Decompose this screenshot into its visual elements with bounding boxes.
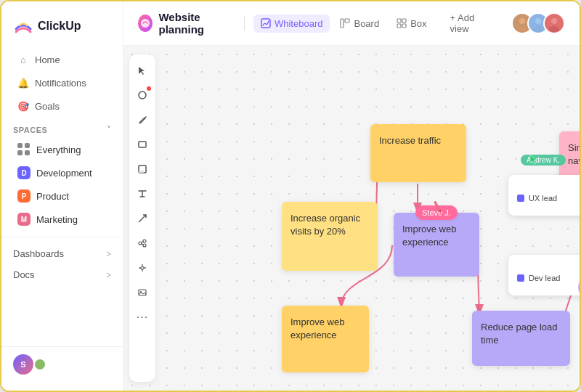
- sidebar-sections: Dashboards > Docs >: [1, 237, 123, 285]
- svg-rect-4: [397, 19, 401, 23]
- box-tab-icon: [397, 18, 407, 28]
- sidebar-footer: S: [1, 346, 123, 382]
- development-label: Development: [36, 168, 92, 179]
- sticky-increase-organic[interactable]: Increase organic visits by 20%: [282, 202, 378, 271]
- avatar-group: [511, 12, 565, 34]
- bell-icon: 🔔: [17, 77, 29, 89]
- home-label: Home: [35, 54, 60, 65]
- user-avatar[interactable]: S: [13, 354, 33, 375]
- sidebar-item-everything[interactable]: Everything: [6, 139, 118, 160]
- tool-shapes[interactable]: [132, 85, 153, 105]
- svg-point-18: [143, 240, 146, 242]
- tool-more[interactable]: ···: [132, 307, 153, 327]
- sidebar: ClickUp ⌂ Home 🔔 Notifications 🎯 Goals S…: [1, 1, 123, 391]
- add-view-button[interactable]: + Add view: [443, 9, 497, 38]
- svg-rect-2: [341, 19, 344, 28]
- svg-point-0: [141, 19, 150, 28]
- increase-organic-text: Increase organic visits by 20%: [290, 213, 360, 237]
- svg-rect-5: [402, 19, 406, 23]
- everything-label: Everything: [36, 144, 81, 155]
- svg-point-10: [535, 18, 541, 24]
- home-icon: ⌂: [17, 54, 29, 65]
- tool-rect[interactable]: [132, 134, 153, 155]
- andrew-badge: Andrew K.: [521, 155, 566, 166]
- ux-lead-task-row: UX lead: [517, 189, 580, 207]
- sticky-improve-web-center[interactable]: Improve web experience: [394, 213, 479, 277]
- whiteboard-canvas[interactable]: ···: [123, 46, 580, 391]
- tool-sticky[interactable]: [132, 159, 153, 179]
- box-tab-label: Box: [410, 18, 426, 29]
- logo-text: ClickUp: [38, 20, 81, 33]
- svg-rect-3: [345, 19, 349, 23]
- sidebar-item-docs[interactable]: Docs >: [1, 264, 123, 285]
- product-label: Product: [36, 191, 69, 202]
- whiteboard-toolbar: ···: [129, 54, 155, 382]
- tab-whiteboard[interactable]: Whiteboard: [253, 15, 330, 33]
- header-divider: [244, 16, 245, 30]
- svg-point-12: [551, 18, 557, 24]
- svg-point-11: [533, 26, 543, 32]
- svg-point-13: [549, 26, 559, 32]
- tab-box[interactable]: Box: [389, 15, 434, 33]
- reduce-page-load-text: Reduce page load time: [481, 322, 558, 346]
- everything-icon: [17, 143, 31, 156]
- header-bar: Website planning Whiteboard Board: [123, 1, 580, 46]
- tool-cursor[interactable]: [132, 60, 153, 81]
- sidebar-item-marketing[interactable]: M Marketing: [6, 208, 118, 230]
- tool-pen[interactable]: [132, 110, 153, 130]
- tab-board[interactable]: Board: [333, 15, 386, 33]
- board-tab-icon: [340, 18, 350, 28]
- notifications-label: Notifications: [35, 78, 86, 89]
- avatar-3: [543, 12, 565, 34]
- logo[interactable]: ClickUp: [1, 10, 123, 48]
- svg-rect-7: [402, 24, 406, 28]
- marketing-icon: M: [17, 213, 31, 226]
- svg-rect-1: [261, 19, 270, 28]
- sticky-reduce-page-load[interactable]: Reduce page load time: [472, 311, 570, 366]
- project-title: Website planning: [158, 11, 235, 36]
- ux-lead-card[interactable]: UX lead: [508, 175, 580, 216]
- marketing-label: Marketing: [36, 214, 78, 225]
- goals-label: Goals: [35, 101, 60, 112]
- ux-task-dot: [517, 195, 524, 202]
- spaces-chevron[interactable]: ˅: [107, 125, 111, 135]
- simplify-nav-text: Simplify navigation: [568, 142, 580, 166]
- sidebar-item-notifications[interactable]: 🔔 Notifications: [6, 72, 118, 94]
- sidebar-item-dashboards[interactable]: Dashboards >: [1, 243, 123, 264]
- development-icon: D: [17, 166, 31, 179]
- logo-icon: [13, 16, 33, 36]
- svg-point-17: [139, 242, 142, 245]
- tool-text[interactable]: [132, 184, 153, 204]
- whiteboard-tab-label: Whiteboard: [275, 18, 322, 29]
- project-icon: [138, 15, 153, 32]
- svg-rect-6: [397, 24, 401, 28]
- improve-web-center-text: Improve web experience: [402, 224, 456, 248]
- whiteboard-tab-icon: [261, 18, 271, 28]
- sidebar-item-goals[interactable]: 🎯 Goals: [6, 95, 118, 117]
- sidebar-item-development[interactable]: D Development: [6, 162, 118, 184]
- sidebar-item-home[interactable]: ⌂ Home: [6, 49, 118, 70]
- tool-network[interactable]: [132, 258, 153, 278]
- svg-point-19: [143, 244, 146, 247]
- board-tab-label: Board: [354, 18, 379, 29]
- header-tabs: Whiteboard Board Box: [253, 15, 434, 33]
- tool-line[interactable]: [132, 208, 153, 229]
- ux-lead-label: UX lead: [529, 194, 557, 203]
- cursor-pointer: [529, 153, 539, 168]
- tool-diagram[interactable]: [132, 233, 153, 253]
- tool-image[interactable]: [132, 282, 153, 303]
- header-title-area: Website planning: [138, 11, 235, 36]
- sidebar-item-product[interactable]: P Product: [6, 185, 118, 207]
- sticky-increase-traffic[interactable]: Increase traffic: [370, 124, 466, 182]
- goals-icon: 🎯: [17, 100, 29, 112]
- docs-label: Docs: [13, 269, 35, 280]
- dev-lead-label: Dev lead: [529, 274, 560, 282]
- svg-rect-15: [139, 142, 146, 147]
- dev-lead-card[interactable]: Dev lead: [508, 255, 580, 295]
- add-view-label: + Add view: [450, 12, 489, 34]
- dev-task-dot: [517, 274, 524, 282]
- sticky-improve-web-bottom[interactable]: Improve web experience: [282, 306, 369, 372]
- svg-point-8: [519, 18, 525, 24]
- main-content: Website planning Whiteboard Board: [123, 1, 580, 391]
- svg-point-20: [141, 266, 144, 269]
